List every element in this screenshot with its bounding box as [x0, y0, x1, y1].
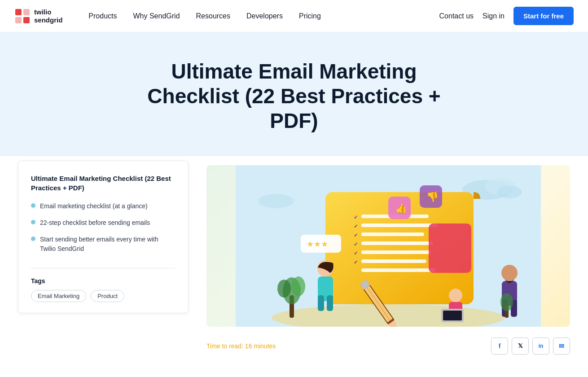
svg-text:★★★: ★★★	[307, 240, 328, 249]
tag-email-marketing[interactable]: Email Marketing	[31, 290, 86, 302]
list-item: Start sending better emails every time w…	[31, 235, 176, 254]
bullet-dot	[31, 237, 35, 241]
logo-text: twilio sendgrid	[34, 8, 62, 24]
svg-text:👍: 👍	[395, 202, 408, 214]
facebook-share-button[interactable]: f	[491, 338, 508, 355]
nav-why-sendgrid[interactable]: Why SendGrid	[125, 0, 188, 32]
svg-rect-2	[15, 17, 22, 23]
illustration-box: ✓ ✓ ✓ ✓ ✓ ✓	[206, 165, 570, 327]
email-share-button[interactable]: ✉	[553, 338, 570, 355]
svg-point-7	[497, 186, 522, 198]
svg-text:👎: 👎	[426, 191, 439, 203]
list-item: Email marketing checklist (at a glance)	[31, 202, 176, 211]
svg-text:✓: ✓	[354, 259, 358, 265]
hero-title: Ultimate Email Marketing Checklist (22 B…	[137, 59, 451, 134]
svg-text:✓: ✓	[354, 241, 358, 247]
navbar: twilio sendgrid Products Why SendGrid Re…	[0, 0, 588, 32]
svg-rect-0	[15, 9, 22, 15]
svg-rect-16	[361, 250, 431, 254]
nav-links: Products Why SendGrid Resources Develope…	[80, 0, 439, 32]
svg-point-50	[277, 280, 291, 298]
svg-point-52	[500, 293, 513, 311]
linkedin-share-button[interactable]: in	[532, 338, 549, 355]
nav-developers[interactable]: Developers	[238, 0, 291, 32]
twitter-x-share-button[interactable]: 𝕏	[512, 338, 529, 355]
tags-label: Tags	[31, 277, 176, 285]
content-area: Ultimate Email Marketing Checklist (22 B…	[0, 156, 588, 359]
svg-text:✓: ✓	[354, 215, 358, 220]
bullet-list: Email marketing checklist (at a glance) …	[31, 202, 176, 254]
svg-rect-54	[443, 311, 462, 320]
twilio-sendgrid-logo-icon	[14, 8, 31, 24]
social-icons: f 𝕏 in ✉	[491, 338, 570, 355]
signin-link[interactable]: Sign in	[483, 12, 505, 20]
read-time: Time to read: 16 minutes	[206, 342, 276, 350]
list-item: 22-step checklist before sending emails	[31, 218, 176, 228]
svg-text:✓: ✓	[354, 250, 358, 256]
nav-resources[interactable]: Resources	[188, 0, 238, 32]
svg-point-39	[449, 289, 462, 302]
svg-rect-13	[361, 224, 438, 227]
card-title: Ultimate Email Marketing Checklist (22 B…	[31, 174, 176, 193]
nav-pricing[interactable]: Pricing	[291, 0, 329, 32]
contact-link[interactable]: Contact us	[439, 12, 474, 20]
start-free-button[interactable]: Start for free	[513, 7, 574, 25]
logo[interactable]: twilio sendgrid	[14, 8, 62, 24]
svg-point-8	[258, 194, 294, 208]
tag-product[interactable]: Product	[91, 290, 124, 302]
svg-rect-33	[318, 295, 324, 311]
bullet-dot	[31, 203, 35, 208]
svg-rect-34	[327, 295, 333, 311]
svg-text:✓: ✓	[354, 224, 358, 229]
svg-point-35	[501, 265, 518, 281]
divider	[31, 268, 176, 268]
bottom-bar: Time to read: 16 minutes f 𝕏 in ✉	[206, 330, 570, 359]
nav-products[interactable]: Products	[80, 0, 125, 32]
sidebar-card: Ultimate Email Marketing Checklist (22 B…	[18, 161, 189, 313]
email-icon: ✉	[559, 342, 564, 350]
nav-right: Contact us Sign in Start for free	[439, 7, 574, 25]
svg-rect-15	[361, 241, 433, 245]
bullet-dot	[31, 220, 35, 224]
svg-rect-14	[361, 232, 424, 236]
svg-rect-1	[23, 9, 30, 15]
svg-rect-17	[361, 259, 426, 263]
svg-rect-18	[361, 268, 435, 272]
hero-section: Ultimate Email Marketing Checklist (22 B…	[0, 32, 588, 170]
tags-row: Email Marketing Product	[31, 290, 176, 302]
svg-text:✓: ✓	[354, 232, 358, 238]
hero-illustration: ✓ ✓ ✓ ✓ ✓ ✓	[206, 165, 570, 327]
svg-point-49	[292, 276, 305, 296]
linkedin-icon: in	[539, 343, 544, 349]
illustration-area: ✓ ✓ ✓ ✓ ✓ ✓	[206, 156, 570, 359]
twitter-x-icon: 𝕏	[518, 342, 522, 349]
facebook-icon: f	[499, 342, 501, 350]
svg-rect-25	[429, 224, 471, 273]
svg-rect-3	[23, 17, 30, 23]
